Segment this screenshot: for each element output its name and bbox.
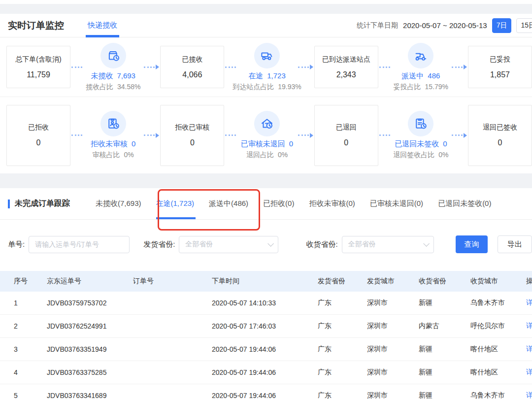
truck-clock-icon (254, 43, 280, 68)
table-cell: 乌鲁木齐市 (470, 391, 526, 399)
tab-express-pickup[interactable]: 快递揽收 (88, 14, 117, 37)
flow-connector (379, 66, 390, 68)
pickup-flow-row: 总下单(含取消)11,759未揽收7,693揽收占比34.58%已揽收4,066… (0, 37, 532, 97)
date-label: 统计下单日期 (357, 21, 398, 30)
tracking-tab-已退回未签收(0)[interactable]: 已退回未签收(0) (438, 188, 491, 219)
send-province-select[interactable]: 全部省份 (179, 236, 278, 253)
table-cell: 广东 (318, 299, 367, 307)
stat-stage-value: 486 (428, 71, 440, 80)
column-header-京东运单号: 京东运单号 (47, 277, 133, 286)
table-cell: 1 (14, 299, 47, 307)
ratio-label: 退回签收占比 (393, 151, 434, 159)
tracking-tab-派送中(486)[interactable]: 派送中(486) (209, 188, 248, 219)
order-no-input[interactable] (29, 236, 130, 253)
order-no-label: 单号: (8, 240, 25, 249)
ratio-value: 0% (278, 151, 288, 159)
parcel-clock-icon (100, 43, 126, 68)
table-row: 2JDVB037625249912020-05-07 17:46:03广东深圳市… (0, 315, 532, 338)
stat-box-label: 已到达派送站点 (322, 55, 370, 64)
dotted-line (144, 134, 155, 136)
send-province-label: 发货省份: (143, 240, 175, 249)
section-title: 未完成订单跟踪 (15, 199, 70, 209)
flow-connector (452, 65, 467, 69)
ratio-value: 0% (124, 151, 134, 159)
ratio-label: 妥投占比 (394, 83, 421, 91)
dotted-line (379, 66, 390, 68)
arrow-right-icon (464, 133, 467, 138)
table-cell: 广东 (318, 391, 367, 399)
date-range-value: 2020-05-07 ~ 2020-05-13 (403, 21, 487, 30)
dotted-line (225, 134, 236, 136)
stat-stage-派送中: 派送中486妥投占比15.79% (391, 43, 451, 92)
dotted-line (71, 66, 82, 68)
dotted-line (71, 134, 82, 136)
recv-province-select[interactable]: 全部省份 (342, 236, 434, 253)
table-cell: 2020-05-07 19:44:06 (212, 392, 318, 399)
stat-box-value: 1,857 (490, 70, 510, 79)
tracking-tab-已审核未退回(0)[interactable]: 已审核未退回(0) (370, 188, 423, 219)
ratio-label: 退回占比 (246, 151, 274, 159)
table-cell: 新疆 (419, 391, 470, 399)
stat-box-value: 0 (344, 138, 348, 147)
stat-stage-value: 0 (132, 139, 135, 148)
stat-stage-未揽收: 未揽收7,693揽收占比34.58% (83, 43, 143, 92)
flow-connector (71, 66, 82, 68)
column-header-操作: 操作 (526, 277, 532, 286)
stat-stage-link[interactable]: 拒收未审核0 (91, 139, 135, 149)
arrow-right-icon (156, 133, 159, 138)
tracking-tab-拒收未审核(0)[interactable]: 拒收未审核(0) (309, 188, 355, 219)
stat-stage-link[interactable]: 派送中486 (401, 71, 440, 81)
range-button-15日[interactable]: 15日 (516, 18, 532, 33)
column-header-序号: 序号 (14, 277, 47, 286)
table-cell: JDVB03759753702 (47, 299, 133, 307)
stat-box-拒收已审核: 拒收已审核0 (160, 105, 224, 166)
table-cell: 内蒙古 (419, 322, 470, 331)
table-cell: 2 (14, 322, 47, 330)
order-detail-link[interactable]: 详情 (526, 322, 532, 331)
stat-stage-link[interactable]: 已审核未退回0 (241, 139, 293, 149)
table-body: 1JDVB037597537022020-05-07 14:10:33广东深圳市… (0, 292, 532, 399)
order-detail-link[interactable]: 详情 (526, 299, 532, 307)
stat-box-已妥投: 已妥投1,857 (468, 46, 532, 88)
order-detail-link[interactable]: 详情 (526, 391, 532, 399)
table-row: 1JDVB037597537022020-05-07 14:10:33广东深圳市… (0, 292, 532, 315)
tracking-tab-未揽收(7,693)[interactable]: 未揽收(7,693) (96, 188, 141, 219)
tracking-tab-在途(1,723)[interactable]: 在途(1,723) (156, 188, 195, 219)
column-header-发货省份: 发货省份 (318, 277, 367, 286)
table-cell: JDVB03763375285 (47, 368, 133, 376)
export-button[interactable]: 导出 (498, 235, 532, 253)
table-row: 5JDVB037633416892020-05-07 19:44:06广东深圳市… (0, 384, 532, 399)
return-flow-row: 已拒收0拒收未审核0审核占比0%拒收已审核0已审核未退回0退回占比0%已退回0已… (0, 97, 532, 173)
flow-connector (144, 65, 159, 69)
flow-connector (144, 133, 159, 138)
stat-stage-link[interactable]: 在途1,723 (248, 71, 286, 81)
date-filter-group: 统计下单日期 2020-05-07 ~ 2020-05-13 7日15日 (357, 18, 532, 33)
table-cell: 新疆 (419, 299, 470, 307)
table-row: 3JDVB037633519492020-05-07 19:44:06广东深圳市… (0, 338, 532, 361)
table-cell: JDVB03762524991 (47, 322, 133, 330)
clipboard-clock-icon (408, 111, 433, 136)
order-detail-link[interactable]: 详情 (526, 368, 532, 377)
table-cell: 广东 (318, 368, 367, 377)
ratio-label: 到达站点占比 (233, 83, 274, 91)
stat-box-已拒收: 已拒收0 (6, 105, 70, 166)
stat-stage-ratio: 审核占比0% (93, 151, 134, 160)
stat-stage-link[interactable]: 已退回未签收0 (395, 139, 447, 149)
range-button-7日[interactable]: 7日 (492, 18, 512, 33)
table-cell: 深圳市 (367, 299, 419, 307)
search-button[interactable]: 查询 (456, 235, 488, 253)
arrow-right-icon (156, 65, 159, 69)
panel-gap (0, 4, 532, 14)
dotted-line (298, 66, 309, 68)
range-button-group: 7日15日 (492, 18, 532, 33)
stat-stage-link[interactable]: 未揽收7,693 (91, 71, 135, 81)
dotted-line (225, 66, 236, 68)
tracking-header: 未完成订单跟踪 未揽收(7,693)在途(1,723)派送中(486)已拒收(0… (0, 188, 532, 220)
ratio-value: 15.79% (425, 83, 448, 91)
table-cell: 2020-05-07 14:10:33 (212, 299, 318, 307)
order-detail-link[interactable]: 详情 (526, 345, 532, 354)
stat-stage-label: 拒收未审核 (91, 139, 128, 148)
flow-connector (298, 65, 313, 69)
flow-connector (71, 134, 82, 136)
tracking-tab-已拒收(0)[interactable]: 已拒收(0) (263, 188, 294, 219)
